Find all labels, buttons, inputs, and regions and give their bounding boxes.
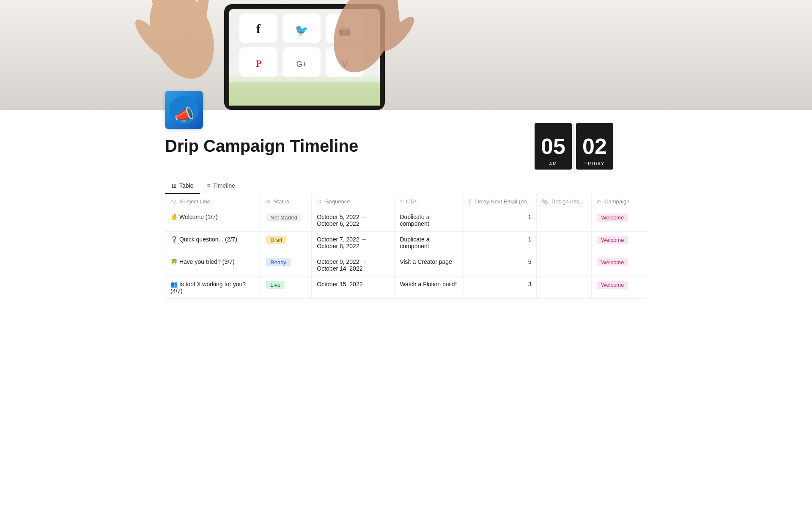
cell-design <box>537 209 592 232</box>
campaign-badge: Welcome <box>597 281 628 289</box>
table-container: Aa Subject Line ⊕ Status 🗓 Sequence ≡ CT… <box>165 194 647 299</box>
cell-delay: 5 <box>464 254 537 277</box>
cell-design <box>537 254 592 277</box>
clock-separator <box>573 123 574 170</box>
timeline-tab-icon: ≡ <box>207 182 210 189</box>
cell-delay: 1 <box>464 209 537 232</box>
tabs-area: ⊞ Table ≡ Timeline <box>165 178 647 194</box>
svg-text:𝐏: 𝐏 <box>256 58 262 69</box>
clock-hour: 05 AM <box>535 123 572 170</box>
tab-table[interactable]: ⊞ Table <box>165 178 200 194</box>
table-row[interactable]: 👥 Is tool X working for you? (4/7) Live … <box>165 277 647 299</box>
campaign-badge: Welcome <box>597 236 628 244</box>
campaign-badge: Welcome <box>597 258 628 266</box>
cell-cta: Duplicate a component <box>395 209 464 232</box>
cover-background: f 🐦 📷 𝐏 G+ V <box>0 0 812 110</box>
cell-cta: Watch a Flotion build* <box>395 277 464 299</box>
cell-design <box>537 277 592 299</box>
cta-col-icon: ≡ <box>400 199 403 205</box>
page-icon: 📣 <box>165 91 203 129</box>
table-tab-icon: ⊞ <box>172 182 177 189</box>
svg-text:G+: G+ <box>296 60 307 69</box>
cell-sequence: October 5, 2022 → October 6, 2022 <box>312 209 395 232</box>
title-area: Drip Campaign Timeline 05 AM 02 FRIDAY <box>165 136 647 178</box>
clock-minute: 02 FRIDAY <box>576 123 613 170</box>
cell-design <box>537 232 592 254</box>
cell-campaign: Welcome <box>592 254 647 277</box>
status-badge: Live <box>266 281 285 289</box>
campaign-badge: Welcome <box>597 214 628 222</box>
status-badge: Draft <box>266 236 286 244</box>
table-row[interactable]: 🖐 Welcome (1/7) Not started October 5, 2… <box>165 209 647 232</box>
sequence-col-icon: 🗓 <box>317 199 322 205</box>
cell-status: Draft <box>261 232 312 254</box>
col-header-status: ⊕ Status <box>261 194 312 209</box>
col-header-cta: ≡ CTA <box>395 194 464 209</box>
svg-text:🐦: 🐦 <box>295 23 309 37</box>
table-body: 🖐 Welcome (1/7) Not started October 5, 2… <box>165 209 647 299</box>
col-header-sequence: 🗓 Sequence <box>312 194 395 209</box>
tab-table-label: Table <box>179 182 193 189</box>
design-col-icon: 📎 <box>542 199 548 205</box>
cell-delay: 3 <box>464 277 537 299</box>
cell-cta: Visit a Creator page <box>395 254 464 277</box>
cell-subject: 🖐 Welcome (1/7) <box>165 209 261 232</box>
cover-image: f 🐦 📷 𝐏 G+ V <box>0 0 812 110</box>
tab-timeline-label: Timeline <box>213 182 235 189</box>
cell-subject: ❓ Quick question... (2/7) <box>165 232 261 254</box>
clock-widget: 05 AM 02 FRIDAY <box>535 123 613 170</box>
svg-rect-0 <box>0 0 812 110</box>
subject-col-icon: Aa <box>170 199 177 205</box>
tab-timeline[interactable]: ≡ Timeline <box>200 178 242 194</box>
campaign-icon-svg: 📣 <box>169 95 199 125</box>
cell-subject: 👥 Is tool X working for you? (4/7) <box>165 277 261 299</box>
status-badge: Not started <box>266 214 302 222</box>
cover-svg: f 🐦 📷 𝐏 G+ V <box>0 0 812 110</box>
status-col-icon: ⊕ <box>266 199 270 205</box>
campaign-col-icon: ⊕ <box>597 199 601 205</box>
svg-rect-4 <box>229 82 380 106</box>
cell-sequence: October 9, 2022 → October 14, 2022 <box>312 254 395 277</box>
cell-cta: Duplicate a component <box>395 232 464 254</box>
svg-rect-20 <box>183 0 195 39</box>
svg-text:f: f <box>256 22 261 36</box>
table-row[interactable]: 🍀 Have you tried? (3/7) Ready October 9,… <box>165 254 647 277</box>
cell-status: Not started <box>261 209 312 232</box>
cell-sequence: October 7, 2022 → October 8, 2022 <box>312 232 395 254</box>
delay-col-icon: Σ <box>469 199 472 205</box>
col-header-campaign: ⊕ Campaign <box>592 194 647 209</box>
table-row[interactable]: ❓ Quick question... (2/7) Draft October … <box>165 232 647 254</box>
cell-sequence: October 15, 2022 <box>312 277 395 299</box>
data-table: Aa Subject Line ⊕ Status 🗓 Sequence ≡ CT… <box>165 194 647 299</box>
cell-status: Ready <box>261 254 312 277</box>
cell-subject: 🍀 Have you tried? (3/7) <box>165 254 261 277</box>
cell-status: Live <box>261 277 312 299</box>
page-content: 📣 Drip Campaign Timeline 05 AM 02 FRIDAY… <box>131 91 681 299</box>
col-header-design: 📎 Design Ass... <box>537 194 592 209</box>
cell-campaign: Welcome <box>592 277 647 299</box>
col-header-delay: Σ Delay Next Email (da... <box>464 194 537 209</box>
cell-campaign: Welcome <box>592 232 647 254</box>
svg-text:📣: 📣 <box>174 105 195 124</box>
cell-campaign: Welcome <box>592 209 647 232</box>
status-badge: Ready <box>266 258 291 266</box>
col-header-subject: Aa Subject Line <box>165 194 261 209</box>
cell-delay: 1 <box>464 232 537 254</box>
header-row: Aa Subject Line ⊕ Status 🗓 Sequence ≡ CT… <box>165 194 647 209</box>
table-header: Aa Subject Line ⊕ Status 🗓 Sequence ≡ CT… <box>165 194 647 209</box>
